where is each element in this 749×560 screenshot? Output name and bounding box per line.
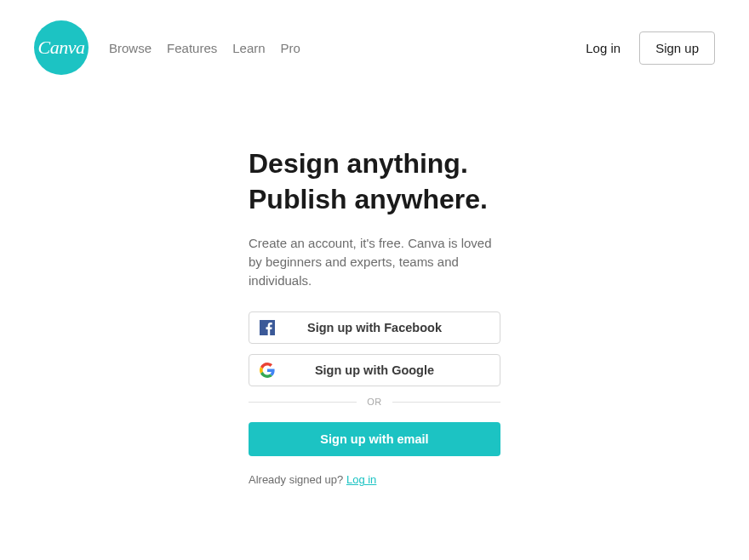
nav-browse[interactable]: Browse	[109, 41, 152, 55]
subtext: Create an account, it's free. Canva is l…	[249, 234, 500, 289]
divider-line-right	[392, 402, 500, 403]
signup-facebook-label: Sign up with Facebook	[260, 321, 489, 334]
already-signed-up: Already signed up? Log in	[249, 473, 500, 486]
signup-button[interactable]: Sign up	[639, 31, 715, 65]
headline-line1: Design anything.	[249, 146, 500, 182]
nav: Browse Features Learn Pro	[109, 41, 300, 55]
facebook-icon	[260, 320, 275, 335]
signup-panel: Design anything. Publish anywhere. Creat…	[249, 146, 500, 486]
header: Canva Browse Features Learn Pro Log in S…	[0, 0, 749, 95]
signup-google-label: Sign up with Google	[260, 363, 489, 377]
headline: Design anything. Publish anywhere.	[249, 146, 500, 217]
nav-learn[interactable]: Learn	[232, 41, 265, 55]
header-right: Log in Sign up	[586, 31, 715, 65]
login-link[interactable]: Log in	[586, 41, 620, 55]
main: Design anything. Publish anywhere. Creat…	[0, 146, 749, 486]
divider: OR	[249, 397, 500, 407]
logo[interactable]: Canva	[34, 20, 89, 75]
nav-pro[interactable]: Pro	[281, 41, 300, 55]
headline-line2: Publish anywhere.	[249, 182, 500, 218]
divider-line-left	[249, 402, 357, 403]
already-text: Already signed up?	[249, 473, 346, 486]
signup-email-button[interactable]: Sign up with email	[249, 422, 500, 456]
nav-features[interactable]: Features	[167, 41, 217, 55]
divider-text: OR	[357, 397, 392, 407]
google-icon	[260, 363, 275, 378]
signup-google-button[interactable]: Sign up with Google	[249, 354, 500, 386]
signup-facebook-button[interactable]: Sign up with Facebook	[249, 311, 500, 344]
header-left: Canva Browse Features Learn Pro	[34, 20, 300, 75]
already-login-link[interactable]: Log in	[346, 473, 376, 486]
logo-text: Canva	[38, 37, 85, 59]
